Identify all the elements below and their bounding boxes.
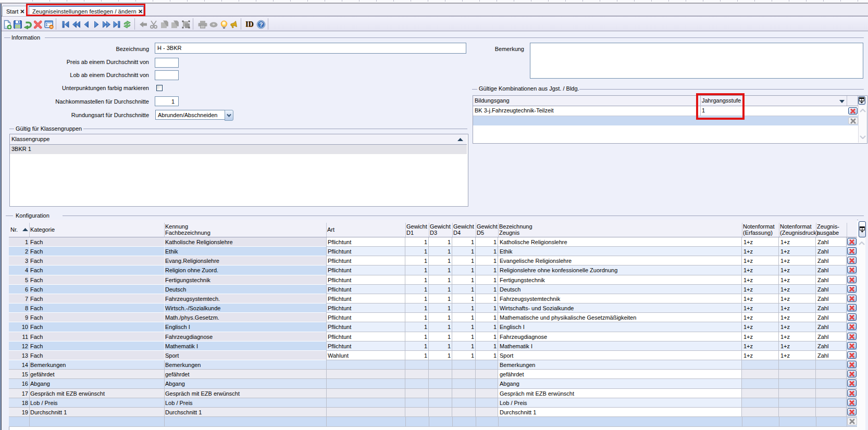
svg-text:?: ? bbox=[259, 21, 263, 28]
